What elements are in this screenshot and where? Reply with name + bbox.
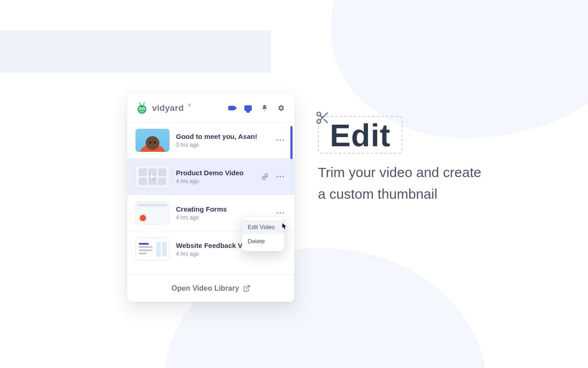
video-list: Good to meet you, Asan! 3 hrs ago ··· Pr… xyxy=(127,122,294,274)
dots-icon: ··· xyxy=(276,209,285,217)
svg-line-12 xyxy=(320,115,322,118)
more-actions-button[interactable]: ··· xyxy=(275,171,286,182)
video-time: 4 hrs ago xyxy=(176,251,269,257)
video-title: Creating Forms xyxy=(176,205,269,214)
play-overlay-icon xyxy=(136,166,169,188)
context-menu: Edit Video Delete xyxy=(242,217,284,251)
feature-subtitle: Trim your video and create a custom thum… xyxy=(318,162,483,205)
svg-line-11 xyxy=(324,119,327,122)
svg-point-5 xyxy=(140,108,141,109)
video-thumbnail xyxy=(136,129,170,152)
registered-mark: ® xyxy=(188,103,191,108)
video-thumbnail xyxy=(136,165,170,188)
video-time: 4 hrs ago xyxy=(176,178,253,184)
copy-link-button[interactable] xyxy=(260,171,271,182)
row-actions: ··· xyxy=(260,171,286,182)
video-thumbnail xyxy=(136,201,170,224)
video-meta: Good to meet you, Asan! 3 hrs ago xyxy=(176,132,269,149)
record-camera-button[interactable] xyxy=(226,103,237,113)
dots-icon: ··· xyxy=(276,172,285,181)
feature-callout: Edit Trim your video and create a custom… xyxy=(318,117,529,205)
vidyard-logo-icon xyxy=(136,102,148,115)
brand-name: vidyard xyxy=(152,103,184,113)
record-screen-button[interactable] xyxy=(243,103,253,113)
feature-heading-wrap: Edit xyxy=(318,117,402,154)
video-meta: Product Demo Video 4 hrs ago xyxy=(176,169,253,185)
scrollbar-thumb[interactable] xyxy=(290,126,293,159)
svg-line-7 xyxy=(246,286,249,289)
svg-line-0 xyxy=(140,102,141,104)
header-actions xyxy=(226,103,286,113)
row-actions: ··· xyxy=(275,135,286,146)
video-row[interactable]: Good to meet you, Asan! 3 hrs ago ··· xyxy=(127,122,294,159)
footer-label: Open Video Library xyxy=(171,284,239,293)
settings-button[interactable] xyxy=(276,103,286,113)
dots-icon: ··· xyxy=(276,136,285,144)
video-thumbnail xyxy=(136,238,170,261)
link-icon xyxy=(261,173,269,180)
menu-item-edit-video[interactable]: Edit Video xyxy=(242,220,284,234)
background-top-bar xyxy=(0,30,271,73)
menu-item-delete[interactable]: Delete xyxy=(242,234,284,248)
svg-line-1 xyxy=(144,102,145,104)
cursor-icon xyxy=(282,223,288,230)
camera-icon xyxy=(228,106,235,110)
panel-header: vidyard ® xyxy=(127,94,294,122)
video-row[interactable]: Product Demo Video 4 hrs ago ··· xyxy=(127,159,294,195)
video-library-panel: vidyard ® xyxy=(127,94,294,302)
scissors-icon xyxy=(315,110,330,125)
more-actions-button[interactable]: ··· xyxy=(275,135,286,146)
brand-logo: vidyard ® xyxy=(136,102,191,115)
video-time: 3 hrs ago xyxy=(176,142,269,148)
feature-heading: Edit xyxy=(318,116,402,154)
video-title: Product Demo Video xyxy=(176,169,253,178)
open-library-button[interactable]: Open Video Library xyxy=(127,274,294,302)
menu-item-label: Delete xyxy=(248,238,265,245)
external-link-icon xyxy=(243,285,250,292)
notifications-button[interactable] xyxy=(260,103,270,113)
gear-icon xyxy=(277,104,285,112)
video-title: Good to meet you, Asan! xyxy=(176,132,269,141)
svg-point-6 xyxy=(143,108,144,109)
bell-icon xyxy=(261,104,268,112)
screen-icon xyxy=(244,105,252,111)
menu-item-label: Edit Video xyxy=(248,224,275,230)
svg-point-2 xyxy=(137,105,146,114)
